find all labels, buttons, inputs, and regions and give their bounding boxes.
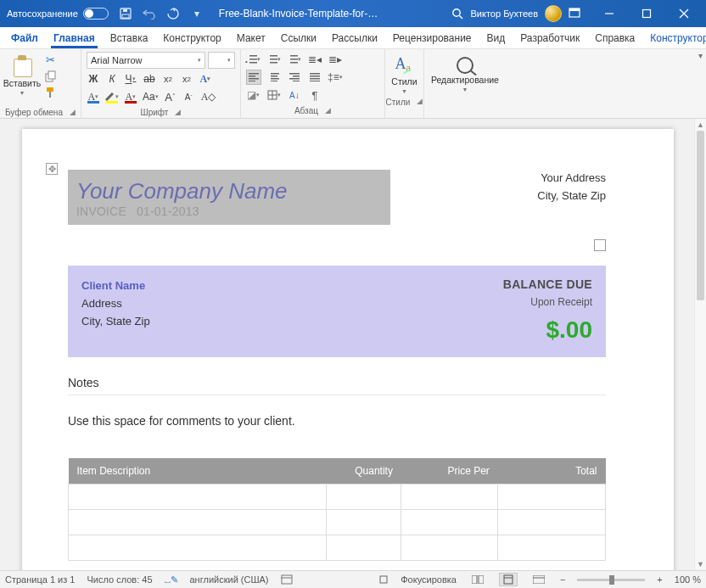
scroll-down-icon[interactable]: ▼: [695, 558, 706, 570]
invoice-table[interactable]: Item Description Quantity Price Per Tota…: [68, 458, 606, 561]
quick-access-toolbar: ▾: [119, 7, 204, 20]
table-resize-handle[interactable]: [594, 239, 606, 251]
cut-icon[interactable]: ✂: [42, 53, 58, 67]
status-words[interactable]: Число слов: 45: [87, 574, 152, 585]
align-left-button[interactable]: [246, 70, 261, 85]
editing-button[interactable]: Редактирование ▼: [427, 52, 503, 92]
tab-design[interactable]: Конструктор: [155, 27, 228, 48]
dialog-launcher-icon[interactable]: ◢: [325, 106, 331, 115]
table-row[interactable]: [69, 535, 606, 561]
zoom-in-button[interactable]: +: [657, 574, 662, 585]
table-header-row: Item Description Quantity Price Per Tota…: [69, 458, 606, 484]
your-address-block[interactable]: Your Address City, State Zip: [537, 170, 606, 205]
save-icon[interactable]: [119, 7, 132, 20]
autosave-toggle[interactable]: Автосохранение: [7, 8, 109, 20]
bullets-button[interactable]: ▾: [246, 52, 261, 67]
font-name-combo[interactable]: Arial Narrow▾: [87, 52, 205, 69]
underline-button[interactable]: Ч▾: [124, 71, 137, 87]
change-case-button[interactable]: Aa▾: [143, 89, 159, 104]
sort-button[interactable]: A↓: [287, 87, 302, 103]
table-row[interactable]: [69, 510, 606, 535]
styles-button[interactable]: Aa Стили ▼: [387, 52, 421, 94]
chevron-down-icon: ▾: [227, 57, 231, 64]
paste-button[interactable]: Вставить ▼: [5, 52, 39, 104]
italic-button[interactable]: К: [105, 71, 119, 87]
table-move-handle-icon[interactable]: ✥: [46, 163, 58, 175]
zoom-out-button[interactable]: −: [560, 574, 565, 585]
table-row[interactable]: [69, 484, 606, 510]
format-painter-icon[interactable]: [42, 86, 58, 99]
superscript-button[interactable]: x2: [180, 71, 193, 87]
borders-button[interactable]: ▾: [266, 87, 282, 103]
scroll-thumb[interactable]: [697, 131, 704, 300]
clear-formatting-button[interactable]: A◇: [201, 89, 216, 104]
accessibility-icon[interactable]: [281, 574, 293, 585]
text-effects-button[interactable]: A▾: [199, 71, 212, 87]
ribbon-display-icon[interactable]: [569, 7, 582, 20]
font-color-button[interactable]: A▾: [124, 89, 137, 104]
font-size-combo[interactable]: ▾: [208, 52, 235, 69]
tab-layout[interactable]: Макет: [229, 27, 273, 48]
print-layout-button[interactable]: [499, 573, 518, 586]
client-name: Client Name: [81, 277, 150, 295]
grow-font-button[interactable]: A˄: [164, 89, 177, 104]
collapse-ribbon-icon[interactable]: ▾: [698, 51, 703, 60]
page[interactable]: ✥ Your Address City, State Zip Your Comp…: [22, 129, 674, 570]
tab-review[interactable]: Рецензирование: [385, 27, 479, 48]
company-header-block[interactable]: Your Company Name INVOICE | 01-01-2013: [68, 170, 390, 225]
decrease-indent-button[interactable]: ≣◂: [307, 52, 322, 67]
search-icon[interactable]: [451, 7, 464, 20]
zoom-slider[interactable]: [577, 579, 645, 581]
dialog-launcher-icon[interactable]: ◢: [417, 97, 423, 105]
svg-rect-18: [282, 575, 292, 584]
scroll-up-icon[interactable]: ▲: [695, 119, 706, 131]
spellcheck-icon[interactable]: ⎵✎: [165, 574, 178, 585]
close-button[interactable]: [665, 0, 703, 27]
strikethrough-button[interactable]: ab: [143, 71, 156, 87]
align-center-button[interactable]: [266, 70, 282, 85]
balance-block[interactable]: Client Name Address City, State Zip BALA…: [68, 266, 606, 357]
read-mode-button[interactable]: [468, 573, 487, 586]
tab-file[interactable]: Файл: [3, 27, 46, 48]
dialog-launcher-icon[interactable]: ◢: [175, 108, 181, 116]
focus-mode-icon[interactable]: [378, 574, 389, 585]
tab-references[interactable]: Ссылки: [273, 27, 324, 48]
status-language[interactable]: английский (США): [190, 574, 269, 585]
bold-button[interactable]: Ж: [87, 71, 100, 87]
notes-heading[interactable]: Notes: [68, 376, 606, 389]
qat-customize-icon[interactable]: ▾: [190, 7, 204, 20]
subscript-button[interactable]: x2: [161, 71, 175, 87]
status-page[interactable]: Страница 1 из 1: [5, 574, 75, 585]
char-shading-button[interactable]: A▾: [87, 89, 100, 104]
tab-table-design[interactable]: Конструктор: [642, 27, 706, 48]
notes-body[interactable]: Use this space for comments to your clie…: [68, 414, 606, 428]
dialog-launcher-icon[interactable]: ◢: [70, 108, 76, 116]
status-focus[interactable]: Фокусировка: [401, 574, 457, 585]
tab-insert[interactable]: Вставка: [103, 27, 156, 48]
undo-icon[interactable]: [143, 7, 156, 20]
ribbon: ▾ Вставить ▼ ✂ Буфер обмена◢ Arial Narro…: [0, 49, 706, 119]
avatar[interactable]: [545, 5, 562, 22]
justify-button[interactable]: [307, 70, 322, 85]
tab-home[interactable]: Главная: [46, 27, 103, 48]
show-marks-button[interactable]: ¶: [307, 87, 322, 103]
minimize-button[interactable]: [591, 0, 628, 27]
redo-icon[interactable]: [166, 7, 180, 20]
align-right-button[interactable]: [287, 70, 302, 85]
maximize-button[interactable]: [628, 0, 665, 27]
numbering-button[interactable]: ▾: [266, 52, 282, 67]
tab-mailings[interactable]: Рассылки: [324, 27, 385, 48]
shading-button[interactable]: ◪▾: [246, 87, 261, 103]
highlight-button[interactable]: ▾: [105, 89, 119, 104]
line-spacing-button[interactable]: ‡≡▾: [328, 70, 343, 85]
shrink-font-button[interactable]: A˅: [182, 89, 196, 104]
vertical-scrollbar[interactable]: ▲ ▼: [694, 119, 706, 570]
copy-icon[interactable]: [42, 70, 58, 83]
web-layout-button[interactable]: [530, 573, 548, 586]
tab-help[interactable]: Справка: [587, 27, 642, 48]
multilevel-button[interactable]: ▾: [287, 52, 302, 67]
tab-view[interactable]: Вид: [479, 27, 513, 48]
increase-indent-button[interactable]: ≣▸: [328, 52, 343, 67]
zoom-level[interactable]: 100 %: [675, 574, 701, 585]
tab-developer[interactable]: Разработчик: [513, 27, 587, 48]
